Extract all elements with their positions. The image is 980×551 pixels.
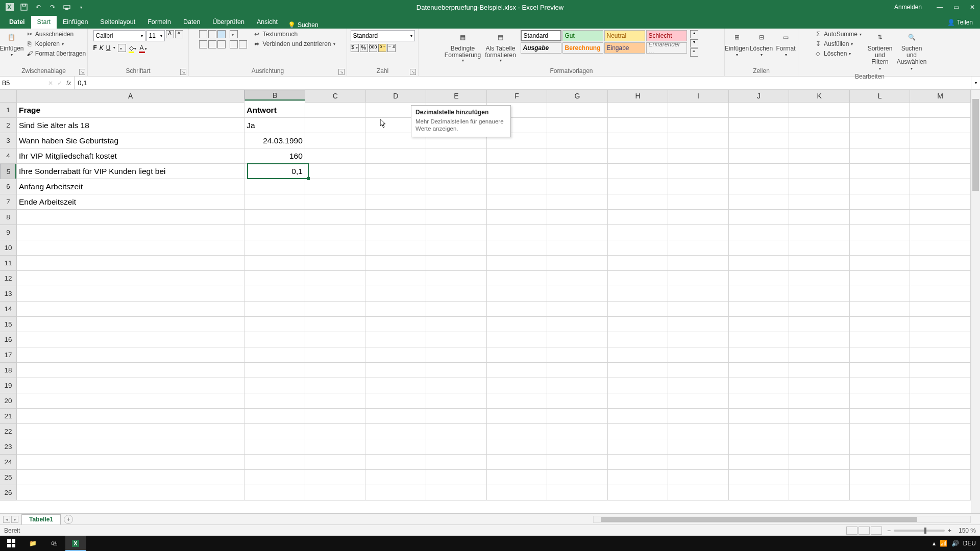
cell-I18[interactable]: [668, 363, 729, 378]
cell-K13[interactable]: [789, 286, 850, 302]
zoom-out[interactable]: −: [887, 527, 891, 534]
confirm-icon[interactable]: ✓: [57, 80, 62, 87]
cell-I10[interactable]: [668, 240, 729, 256]
align-bottom-button[interactable]: [217, 30, 226, 38]
cell-A12[interactable]: [17, 271, 244, 286]
cell-B1[interactable]: Antwort: [244, 103, 305, 118]
col-header-F[interactable]: F: [487, 90, 548, 103]
cell-B8[interactable]: [244, 210, 305, 225]
delete-cells-button[interactable]: ⊟Löschen▾: [750, 30, 773, 59]
cell-L22[interactable]: [850, 424, 911, 439]
cell-J3[interactable]: [729, 133, 790, 148]
cell-B14[interactable]: [244, 302, 305, 317]
cell-J13[interactable]: [729, 286, 790, 302]
cell-A17[interactable]: [17, 347, 244, 363]
cell-F9[interactable]: [487, 225, 548, 240]
cell-H7[interactable]: [608, 194, 669, 210]
system-tray[interactable]: ▴📶🔊DEU: [933, 540, 979, 547]
cell-F19[interactable]: [487, 378, 548, 393]
cell-H6[interactable]: [608, 179, 669, 194]
style-eingabe[interactable]: Eingabe: [604, 42, 645, 54]
cell-L1[interactable]: [850, 103, 911, 118]
cell-F8[interactable]: [487, 210, 548, 225]
cell-M16[interactable]: [910, 332, 971, 347]
cell-G9[interactable]: [547, 225, 608, 240]
cell-E11[interactable]: [426, 256, 487, 271]
cell-I19[interactable]: [668, 378, 729, 393]
cell-J26[interactable]: [729, 485, 790, 500]
row-header-24[interactable]: 24: [0, 455, 17, 470]
row-header-13[interactable]: 13: [0, 286, 17, 302]
cell-L18[interactable]: [850, 363, 911, 378]
cell-C16[interactable]: [305, 332, 366, 347]
cell-C10[interactable]: [305, 240, 366, 256]
language-indicator[interactable]: DEU: [963, 540, 976, 547]
cell-L15[interactable]: [850, 317, 911, 332]
cell-I11[interactable]: [668, 256, 729, 271]
cell-C20[interactable]: [305, 393, 366, 409]
tell-me-search[interactable]: 💡Suchen: [288, 21, 318, 29]
select-all-corner[interactable]: [0, 90, 17, 103]
cell-F20[interactable]: [487, 393, 548, 409]
cell-G11[interactable]: [547, 256, 608, 271]
cell-H19[interactable]: [608, 378, 669, 393]
quickprint-icon[interactable]: [62, 3, 71, 12]
cell-C14[interactable]: [305, 302, 366, 317]
col-header-H[interactable]: H: [608, 90, 669, 103]
cell-I20[interactable]: [668, 393, 729, 409]
cell-G4[interactable]: [547, 148, 608, 164]
cell-D19[interactable]: [365, 378, 426, 393]
cell-M21[interactable]: [910, 409, 971, 424]
cell-F25[interactable]: [487, 470, 548, 485]
cell-J12[interactable]: [729, 271, 790, 286]
share-button[interactable]: 👤Teilen: [940, 16, 980, 29]
cell-K20[interactable]: [789, 393, 850, 409]
format-table-button[interactable]: ▤Als Tabelle formatieren▾: [484, 30, 518, 64]
cell-K11[interactable]: [789, 256, 850, 271]
cell-D8[interactable]: [365, 210, 426, 225]
grow-font-button[interactable]: A: [166, 30, 174, 38]
zoom-value[interactable]: 150 %: [959, 527, 976, 534]
cell-J16[interactable]: [729, 332, 790, 347]
cell-M24[interactable]: [910, 455, 971, 470]
col-header-L[interactable]: L: [850, 90, 911, 103]
cell-J19[interactable]: [729, 378, 790, 393]
tab-start[interactable]: Start: [31, 16, 57, 29]
row-header-9[interactable]: 9: [0, 225, 17, 240]
col-header-M[interactable]: M: [910, 90, 971, 103]
cell-D20[interactable]: [365, 393, 426, 409]
cell-E22[interactable]: [426, 424, 487, 439]
cell-E26[interactable]: [426, 485, 487, 500]
cell-M19[interactable]: [910, 378, 971, 393]
cell-K6[interactable]: [789, 179, 850, 194]
cell-M14[interactable]: [910, 302, 971, 317]
insert-cells-button[interactable]: ⊞Einfügen▾: [726, 30, 748, 59]
cell-K23[interactable]: [789, 439, 850, 455]
cell-D21[interactable]: [365, 409, 426, 424]
cell-G12[interactable]: [547, 271, 608, 286]
cell-D9[interactable]: [365, 225, 426, 240]
fill-color-button[interactable]: ◇▾: [129, 44, 136, 52]
add-sheet-button[interactable]: +: [64, 515, 73, 524]
cell-H26[interactable]: [608, 485, 669, 500]
cell-J8[interactable]: [729, 210, 790, 225]
cell-L21[interactable]: [850, 409, 911, 424]
cell-C25[interactable]: [305, 470, 366, 485]
cell-H8[interactable]: [608, 210, 669, 225]
view-pagebreak[interactable]: [871, 527, 882, 535]
cell-G23[interactable]: [547, 439, 608, 455]
align-right-button[interactable]: [217, 40, 226, 48]
cell-B9[interactable]: [244, 225, 305, 240]
cell-K2[interactable]: [789, 118, 850, 133]
cell-D7[interactable]: [365, 194, 426, 210]
cell-E4[interactable]: [426, 148, 487, 164]
col-header-C[interactable]: C: [305, 90, 366, 103]
row-header-4[interactable]: 4: [0, 148, 17, 164]
cell-G2[interactable]: [547, 118, 608, 133]
cell-E15[interactable]: [426, 317, 487, 332]
wrap-text-button[interactable]: ↩Textumbruch: [252, 30, 336, 38]
cell-E13[interactable]: [426, 286, 487, 302]
row-header-15[interactable]: 15: [0, 317, 17, 332]
cell-E23[interactable]: [426, 439, 487, 455]
cond-format-button[interactable]: ▦Bedingte Formatierung▾: [445, 30, 481, 64]
